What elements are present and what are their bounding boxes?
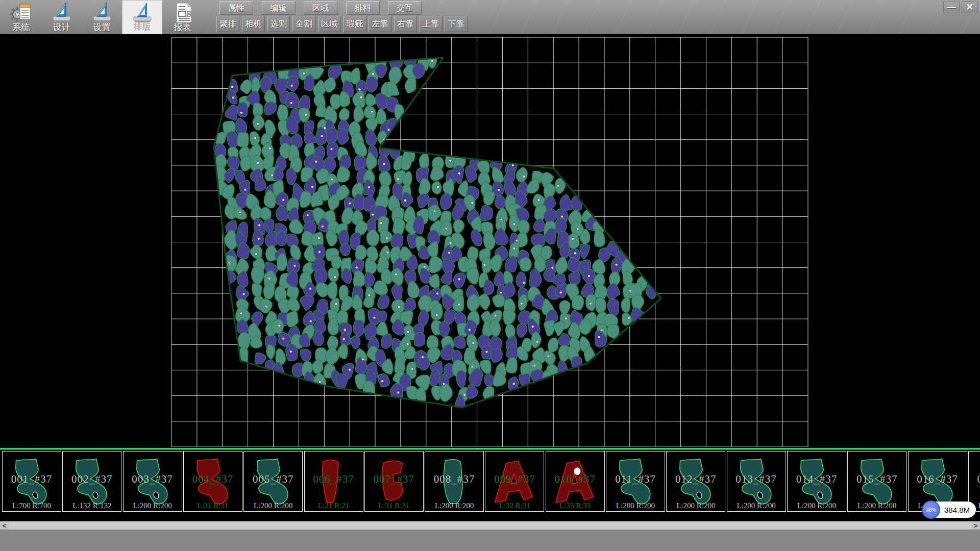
thumbnail-piece-011[interactable]: 011_#37 L:200 R:200 bbox=[606, 451, 665, 512]
thumbnail-piece-012[interactable]: 012_#37 L:200 R:200 bbox=[666, 451, 725, 512]
tool-button-6[interactable]: 瑕疵 bbox=[344, 16, 366, 32]
menu-tab-2[interactable]: 编辑 bbox=[262, 1, 296, 15]
piece-label: 005_#37 bbox=[244, 473, 302, 486]
tool-button-3[interactable]: 选割 bbox=[267, 16, 290, 32]
main-button-label: 设计 bbox=[41, 21, 82, 33]
piece-lr-count: L:200 R:200 bbox=[244, 502, 302, 510]
piece-label: 001_#37 bbox=[3, 473, 61, 486]
scroll-left-arrow[interactable]: < bbox=[0, 522, 9, 530]
thumbnail-piece-015[interactable]: 015_#37 L:200 R:200 bbox=[847, 451, 906, 512]
main-button-4[interactable]: 排版 bbox=[122, 0, 162, 34]
piece-label: 015_#37 bbox=[848, 473, 906, 486]
nesting-canvas[interactable] bbox=[0, 34, 980, 447]
main-button-label: 报表 bbox=[162, 21, 203, 33]
scroll-right-arrow[interactable]: > bbox=[971, 522, 980, 530]
tool-button-2[interactable]: 相机 bbox=[242, 16, 265, 32]
piece-lr-count: L:200 R:200 bbox=[788, 502, 846, 510]
tool-button-4[interactable]: 全割 bbox=[292, 16, 315, 32]
piece-label: 014_#37 bbox=[788, 473, 846, 486]
tool-button-9[interactable]: 上靠 bbox=[420, 16, 443, 32]
piece-lr-count: L:32 R:31 bbox=[485, 502, 544, 510]
piece-label: 010_#37 bbox=[546, 473, 604, 486]
horizontal-scrollbar[interactable]: < > bbox=[0, 521, 980, 530]
report-icon bbox=[172, 2, 194, 24]
thumbnail-piece-008[interactable]: 008_#37 L:200 R:200 bbox=[425, 451, 484, 512]
piece-lr-count: L:31 R:31 bbox=[184, 502, 242, 510]
piece-label: 011_#37 bbox=[606, 473, 665, 486]
main-button-2[interactable]: 设计 bbox=[41, 0, 82, 34]
piece-label: 004_#37 bbox=[184, 473, 242, 486]
piece-lr-count: L:700 R:700 bbox=[3, 502, 61, 510]
piece-label: 002_#37 bbox=[63, 473, 121, 486]
progress-circle: 38% bbox=[922, 500, 940, 519]
main-button-label: 排版 bbox=[122, 21, 162, 33]
piece-label: 007_#37 bbox=[365, 473, 423, 486]
close-button[interactable]: ✕ bbox=[962, 1, 978, 13]
window-controls: — ✕ bbox=[943, 1, 978, 13]
piece-lr-count: L:200 R:200 bbox=[124, 502, 182, 510]
thumbnail-piece-003[interactable]: 003_#37 L:200 R:200 bbox=[123, 451, 182, 512]
piece-lr-count: L:200 R:200 bbox=[727, 502, 786, 510]
main-button-label: 系统 bbox=[1, 21, 41, 33]
menu-tab-4[interactable]: 排料 bbox=[346, 1, 380, 15]
piece-label: 017_#37 bbox=[969, 473, 980, 486]
thumbnail-piece-001[interactable]: 001_#37 L:700 R:700 bbox=[2, 451, 61, 512]
piece-lr-count: L:200 R:200 bbox=[425, 502, 483, 510]
thumbnail-piece-004[interactable]: 004_#37 L:31 R:31 bbox=[183, 451, 242, 512]
strip-separator bbox=[0, 448, 980, 449]
tool-button-8[interactable]: 右靠 bbox=[394, 16, 417, 32]
main-button-1[interactable]: 系统 bbox=[1, 0, 41, 34]
menu-tab-5[interactable]: 交互 bbox=[388, 1, 422, 15]
menu-tab-3[interactable]: 区域 bbox=[304, 1, 337, 15]
piece-lr-count: L:31 R:31 bbox=[365, 502, 423, 510]
tool-button-10[interactable]: 下靠 bbox=[445, 16, 468, 32]
main-button-label: 设置 bbox=[82, 21, 122, 33]
toolbar: 系统 设计 设置 排版 bbox=[0, 0, 980, 34]
thumbnail-piece-010[interactable]: 010_#37 L:33 R:33 bbox=[546, 451, 605, 512]
tool-button-5[interactable]: 区域 bbox=[318, 16, 341, 32]
thumbnail-piece-009[interactable]: 009_#37 L:32 R:31 bbox=[485, 451, 544, 512]
tool-button-7[interactable]: 左靠 bbox=[369, 16, 391, 32]
thumbnail-strip: 001_#37 L:700 R:700 002_#37 L:132 R:132 … bbox=[0, 447, 980, 521]
system-icon bbox=[10, 2, 33, 24]
thumbnail-piece-013[interactable]: 013_#37 L:200 R:200 bbox=[727, 451, 786, 512]
tool-button-1[interactable]: 聚排 bbox=[216, 16, 239, 32]
memory-badge: 384.8M 38% bbox=[922, 501, 976, 518]
piece-lr-count: L:33 R:33 bbox=[546, 502, 604, 510]
piece-label: 006_#37 bbox=[305, 473, 363, 486]
thumbnail-piece-014[interactable]: 014_#37 L:200 R:200 bbox=[787, 451, 846, 512]
piece-lr-count: L:132 R:132 bbox=[63, 502, 121, 510]
piece-label: 008_#37 bbox=[425, 473, 483, 486]
piece-label: 016_#37 bbox=[909, 473, 967, 486]
thumbnail-piece-007[interactable]: 007_#37 L:31 R:31 bbox=[364, 451, 424, 512]
piece-lr-count: L:200 R:200 bbox=[667, 502, 725, 510]
leather-hide[interactable] bbox=[213, 53, 661, 413]
menu-tab-1[interactable]: 属性 bbox=[219, 1, 253, 15]
piece-label: 003_#37 bbox=[124, 473, 182, 486]
piece-label: 013_#37 bbox=[727, 473, 786, 486]
piece-lr-count: L:200 R:200 bbox=[848, 502, 906, 510]
minimize-button[interactable]: — bbox=[943, 1, 960, 13]
thumbnail-piece-002[interactable]: 002_#37 L:132 R:132 bbox=[62, 451, 121, 512]
setsquare-icon bbox=[91, 2, 113, 24]
piece-label: 009_#37 bbox=[485, 473, 544, 486]
setsquare-icon bbox=[51, 2, 73, 24]
thumbnail-piece-006[interactable]: 006_#37 L:21 R:21 bbox=[304, 451, 363, 512]
main-button-3[interactable]: 设置 bbox=[82, 0, 122, 34]
thumbnail-piece-005[interactable]: 005_#37 L:200 R:200 bbox=[243, 451, 303, 512]
app-window: 系统 设计 设置 排版 bbox=[0, 0, 980, 551]
status-bar bbox=[0, 530, 980, 551]
piece-label: 012_#37 bbox=[667, 473, 725, 486]
main-button-5[interactable]: 报表 bbox=[162, 0, 203, 34]
piece-lr-count: L:200 R:200 bbox=[606, 502, 665, 510]
piece-lr-count: L:21 R:21 bbox=[305, 502, 363, 510]
